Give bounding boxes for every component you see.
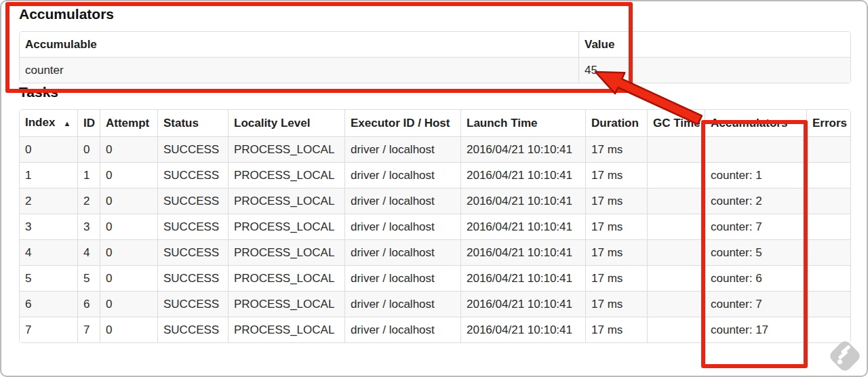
cell-accumulators: counter: 7 bbox=[705, 214, 806, 239]
cell-id: 6 bbox=[77, 291, 100, 317]
cell-index: 3 bbox=[20, 214, 77, 239]
cell-status: SUCCESS bbox=[157, 291, 228, 317]
cell-launch-time: 2016/04/21 10:10:41 bbox=[460, 291, 585, 317]
cell-status: SUCCESS bbox=[157, 162, 228, 188]
cell-errors bbox=[806, 291, 850, 317]
cell-index: 4 bbox=[20, 239, 77, 265]
cell-accumulators: counter: 2 bbox=[705, 188, 806, 214]
cell-executor-id-host: driver / localhost bbox=[344, 239, 460, 265]
cell-status: SUCCESS bbox=[157, 317, 228, 342]
sort-ascending-icon: ▲ bbox=[63, 119, 71, 127]
cell-accumulators: counter: 17 bbox=[705, 317, 806, 342]
accumulators-heading: Accumulators bbox=[19, 5, 851, 22]
cell-id: 3 bbox=[77, 214, 100, 239]
cell-accumulable-name: counter bbox=[20, 57, 578, 83]
cell-accumulators: counter: 5 bbox=[705, 239, 806, 265]
cell-id: 7 bbox=[77, 317, 100, 342]
task-row: 110SUCCESSPROCESS_LOCALdriver / localhos… bbox=[20, 162, 850, 188]
cell-executor-id-host: driver / localhost bbox=[344, 162, 460, 188]
cell-attempt: 0 bbox=[100, 162, 157, 188]
cell-gc-time bbox=[647, 317, 705, 342]
cell-accumulators: counter: 1 bbox=[705, 162, 806, 188]
task-row: 220SUCCESSPROCESS_LOCALdriver / localhos… bbox=[20, 188, 850, 214]
cell-duration: 17 ms bbox=[585, 317, 647, 342]
cell-duration: 17 ms bbox=[585, 188, 647, 214]
cell-attempt: 0 bbox=[100, 317, 157, 342]
cell-errors bbox=[806, 162, 850, 188]
index-header-label: Index bbox=[25, 116, 55, 129]
cell-index: 1 bbox=[20, 162, 77, 188]
cell-gc-time bbox=[647, 162, 705, 188]
cell-index: 2 bbox=[20, 188, 77, 214]
cell-accumulators bbox=[705, 136, 806, 162]
task-row: 000SUCCESSPROCESS_LOCALdriver / localhos… bbox=[20, 136, 850, 162]
status-column-header[interactable]: Status bbox=[157, 110, 228, 136]
id-column-header[interactable]: ID bbox=[77, 110, 100, 136]
cell-duration: 17 ms bbox=[585, 239, 647, 265]
task-row: 440SUCCESSPROCESS_LOCALdriver / localhos… bbox=[20, 239, 850, 265]
task-row: 330SUCCESSPROCESS_LOCALdriver / localhos… bbox=[20, 214, 850, 239]
cell-attempt: 0 bbox=[100, 239, 157, 265]
cell-locality-level: PROCESS_LOCAL bbox=[228, 188, 344, 214]
cell-errors bbox=[806, 265, 850, 291]
cell-accumulable-value: 45 bbox=[578, 57, 850, 83]
cell-locality-level: PROCESS_LOCAL bbox=[228, 265, 344, 291]
cell-launch-time: 2016/04/21 10:10:41 bbox=[460, 239, 585, 265]
cell-duration: 17 ms bbox=[585, 214, 647, 239]
cell-status: SUCCESS bbox=[157, 265, 228, 291]
cell-accumulators: counter: 6 bbox=[705, 265, 806, 291]
locality-level-column-header[interactable]: Locality Level bbox=[228, 110, 344, 136]
index-column-header[interactable]: Index▲ bbox=[20, 110, 77, 136]
launch-time-column-header[interactable]: Launch Time bbox=[460, 110, 585, 136]
cell-id: 5 bbox=[77, 265, 100, 291]
cell-index: 0 bbox=[20, 136, 77, 162]
spark-stage-page: Accumulators Accumulable Value counter 4… bbox=[0, 0, 868, 377]
cell-index: 7 bbox=[20, 317, 77, 342]
cell-errors bbox=[806, 239, 850, 265]
cell-executor-id-host: driver / localhost bbox=[344, 317, 460, 342]
cell-launch-time: 2016/04/21 10:10:41 bbox=[460, 136, 585, 162]
tasks-table-wrapper: Index▲ ID Attempt Status Locality Level … bbox=[19, 109, 851, 343]
cell-executor-id-host: driver / localhost bbox=[344, 188, 460, 214]
cell-executor-id-host: driver / localhost bbox=[344, 265, 460, 291]
duration-column-header[interactable]: Duration bbox=[585, 110, 647, 136]
cell-accumulators: counter: 7 bbox=[705, 291, 806, 317]
cell-attempt: 0 bbox=[100, 291, 157, 317]
cell-index: 6 bbox=[20, 291, 77, 317]
cell-errors bbox=[806, 188, 850, 214]
cell-locality-level: PROCESS_LOCAL bbox=[228, 136, 344, 162]
cell-id: 1 bbox=[77, 162, 100, 188]
cell-status: SUCCESS bbox=[157, 214, 228, 239]
accumulators-section: Accumulators Accumulable Value counter 4… bbox=[19, 5, 851, 83]
cell-executor-id-host: driver / localhost bbox=[344, 214, 460, 239]
cell-id: 2 bbox=[77, 188, 100, 214]
cell-gc-time bbox=[647, 188, 705, 214]
accumulators-column-header[interactable]: Accumulators bbox=[705, 110, 806, 136]
tasks-heading: Tasks bbox=[19, 83, 851, 100]
cell-locality-level: PROCESS_LOCAL bbox=[228, 317, 344, 342]
cell-locality-level: PROCESS_LOCAL bbox=[228, 291, 344, 317]
cell-attempt: 0 bbox=[100, 265, 157, 291]
value-column-header[interactable]: Value bbox=[578, 32, 850, 57]
accumulators-table-wrapper: Accumulable Value counter 45 bbox=[19, 31, 851, 83]
cell-launch-time: 2016/04/21 10:10:41 bbox=[460, 265, 585, 291]
accumulators-header-row: Accumulable Value bbox=[20, 32, 850, 57]
cell-status: SUCCESS bbox=[157, 136, 228, 162]
task-row: 660SUCCESSPROCESS_LOCALdriver / localhos… bbox=[20, 291, 850, 317]
executor-id-host-column-header[interactable]: Executor ID / Host bbox=[344, 110, 460, 136]
cell-executor-id-host: driver / localhost bbox=[344, 291, 460, 317]
cell-launch-time: 2016/04/21 10:10:41 bbox=[460, 214, 585, 239]
gc-time-column-header[interactable]: GC Time bbox=[647, 110, 705, 136]
cell-index: 5 bbox=[20, 265, 77, 291]
attempt-column-header[interactable]: Attempt bbox=[100, 110, 157, 136]
cell-gc-time bbox=[647, 214, 705, 239]
cell-id: 4 bbox=[77, 239, 100, 265]
cell-status: SUCCESS bbox=[157, 239, 228, 265]
task-row: 550SUCCESSPROCESS_LOCALdriver / localhos… bbox=[20, 265, 850, 291]
errors-column-header[interactable]: Errors bbox=[806, 110, 850, 136]
cell-gc-time bbox=[647, 291, 705, 317]
accumulable-column-header[interactable]: Accumulable bbox=[20, 32, 578, 57]
task-row: 770SUCCESSPROCESS_LOCALdriver / localhos… bbox=[20, 317, 850, 342]
cell-duration: 17 ms bbox=[585, 265, 647, 291]
cell-errors bbox=[806, 136, 850, 162]
